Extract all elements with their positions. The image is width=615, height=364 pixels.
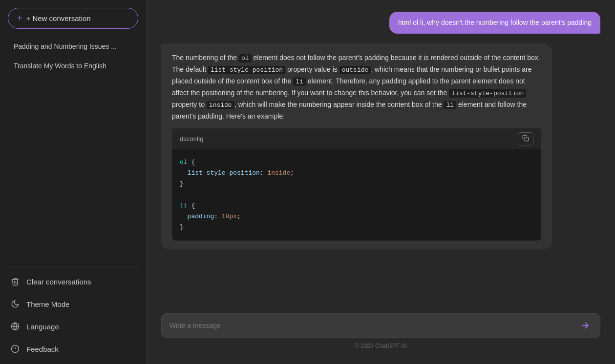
user-message: html ol li, why doesn't the numbering fo… — [161, 12, 600, 34]
clear-icon — [10, 276, 21, 287]
main-area: html ol li, why doesn't the numbering fo… — [147, 0, 615, 364]
new-conversation-label: + New conversation — [26, 14, 91, 22]
theme-mode-action[interactable]: Theme Mode — [0, 293, 146, 315]
code-block-container: dsconfig ol { list-style-position: insid… — [172, 128, 541, 241]
theme-mode-label: Theme Mode — [26, 300, 69, 308]
code-inline: outside — [339, 66, 371, 74]
assistant-paragraph-1: The numbering of the ol element does not… — [172, 52, 541, 122]
feedback-label: Feedback — [26, 345, 59, 353]
message-input[interactable] — [170, 322, 573, 329]
message-input-wrapper — [161, 313, 600, 338]
language-action[interactable]: Language — [0, 315, 146, 338]
footer-text: © 2023 ChatGPT UI — [161, 343, 600, 349]
code-inline: ol — [239, 54, 252, 62]
code-block: ol { list-style-position: inside; } li {… — [172, 149, 541, 241]
copy-code-button[interactable] — [518, 132, 533, 145]
sidebar-top: + + New conversation Padding and Numberi… — [0, 0, 146, 266]
clear-conversations-label: Clear conversations — [26, 278, 91, 286]
theme-icon — [10, 299, 21, 309]
code-inline: inside — [207, 101, 234, 109]
plus-icon: + — [17, 13, 22, 23]
code-language-label: dsconfig — [180, 134, 203, 144]
user-message-text: html ol li, why doesn't the numbering fo… — [398, 19, 592, 26]
new-conversation-button[interactable]: + + New conversation — [8, 8, 138, 29]
language-icon — [10, 321, 21, 332]
user-message-bubble: html ol li, why doesn't the numbering fo… — [389, 12, 600, 34]
sidebar-bottom: Clear conversations Theme Mode Language … — [0, 266, 146, 364]
assistant-message-bubble: The numbering of the ol element does not… — [161, 43, 552, 249]
sidebar: + + New conversation Padding and Numberi… — [0, 0, 147, 364]
code-inline: li — [293, 78, 306, 86]
conversation-item[interactable]: Translate My Words to English — [8, 57, 138, 75]
svg-rect-5 — [525, 138, 529, 142]
footer-copyright: © 2023 ChatGPT UI — [355, 343, 407, 349]
code-inline: li — [444, 101, 456, 109]
conversation-list: Padding and Numbering Issues ... Transla… — [8, 38, 138, 75]
feedback-icon — [10, 344, 21, 354]
conversation-item[interactable]: Padding and Numbering Issues ... — [8, 38, 138, 55]
code-inline: list-style-position — [449, 89, 526, 98]
feedback-action[interactable]: Feedback — [0, 338, 146, 360]
language-label: Language — [26, 323, 59, 331]
code-block-header: dsconfig — [172, 128, 541, 149]
input-area: © 2023 ChatGPT UI — [147, 305, 615, 364]
code-inline: list-style-position — [208, 66, 285, 74]
clear-conversations-action[interactable]: Clear conversations — [0, 270, 146, 293]
chat-area: html ol li, why doesn't the numbering fo… — [147, 0, 615, 305]
send-button[interactable] — [578, 320, 592, 331]
assistant-message: The numbering of the ol element does not… — [161, 43, 600, 249]
